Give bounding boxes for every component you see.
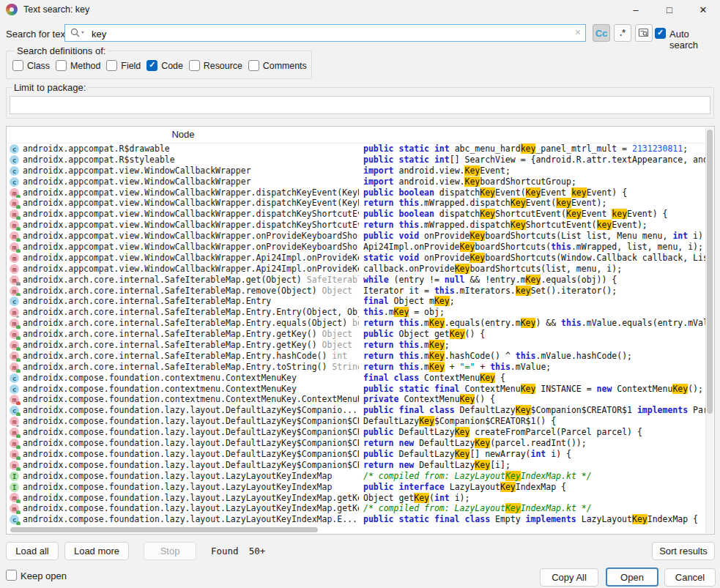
table-row[interactable]: mandroidx.arch.core.internal.SafeIterabl…: [7, 275, 705, 286]
green-modifier-icon: [16, 412, 21, 416]
keep-open-label[interactable]: Keep open: [21, 570, 67, 581]
table-row[interactable]: mandroidx.appcompat.view.WindowCallbackW…: [7, 209, 705, 220]
maximize-button[interactable]: □: [653, 0, 686, 19]
table-row[interactable]: mandroidx.arch.core.internal.SafeIterabl…: [7, 307, 705, 318]
table-row[interactable]: mandroidx.appcompat.view.WindowCallbackW…: [7, 187, 705, 198]
code-cell: public static final class Empty implemen…: [359, 514, 705, 525]
node-name: androidx.arch.core.internal.SafeIterable…: [23, 286, 317, 297]
table-row[interactable]: mandroidx.appcompat.view.WindowCallbackW…: [7, 242, 705, 253]
node-cell: candroidx.compose.foundation.contextmenu…: [7, 373, 359, 384]
table-row[interactable]: mandroidx.arch.core.internal.SafeIterabl…: [7, 318, 705, 329]
table-row[interactable]: mandroidx.compose.foundation.lazy.layout…: [7, 427, 705, 438]
table-row[interactable]: candroidx.arch.core.internal.SafeIterabl…: [7, 296, 705, 307]
table-row[interactable]: mandroidx.compose.foundation.lazy.layout…: [7, 438, 705, 449]
clear-search-icon[interactable]: ×: [575, 26, 581, 38]
definition-option-method[interactable]: Method: [56, 60, 100, 71]
text-search-dialog: Text search: key – □ ✕ Search for text: …: [0, 0, 720, 588]
comments-checkbox[interactable]: [248, 60, 259, 71]
green-modifier-icon: [16, 216, 21, 220]
close-button[interactable]: ✕: [686, 0, 720, 19]
table-row[interactable]: Iandroidx.compose.foundation.lazy.layout…: [7, 471, 705, 482]
load-all-button[interactable]: Load all: [6, 542, 59, 560]
search-input[interactable]: [90, 25, 562, 42]
regex-button[interactable]: .*: [614, 24, 631, 42]
code-cell: public static final ContextMenuKey INSTA…: [359, 384, 705, 395]
table-row[interactable]: mandroidx.compose.foundation.lazy.layout…: [7, 460, 705, 471]
results-header[interactable]: Node: [7, 127, 705, 144]
interface-icon: I: [10, 472, 19, 481]
table-row[interactable]: mandroidx.compose.foundation.lazy.layout…: [7, 449, 705, 460]
table-row[interactable]: candroidx.compose.foundation.lazy.layout…: [7, 514, 705, 525]
node-name: androidx.appcompat.view.WindowCallbackWr…: [23, 220, 359, 231]
node-column-header[interactable]: Node: [7, 127, 359, 142]
table-row[interactable]: mandroidx.compose.foundation.lazy.layout…: [7, 493, 705, 504]
table-row[interactable]: mandroidx.appcompat.view.WindowCallbackW…: [7, 264, 705, 275]
table-row[interactable]: mandroidx.arch.core.internal.SafeIterabl…: [7, 329, 705, 340]
node-return-type: boolean: [347, 318, 359, 329]
table-row[interactable]: candroidx.appcompat.R$drawablepublic sta…: [7, 144, 705, 155]
method-checkbox[interactable]: [56, 60, 67, 71]
auto-search-label[interactable]: Auto search: [669, 29, 720, 51]
class-icon: c: [10, 406, 19, 415]
node-name: androidx.arch.core.internal.SafeIterable…: [23, 329, 317, 340]
table-row[interactable]: mandroidx.compose.foundation.lazy.layout…: [7, 503, 705, 514]
node-name: androidx.compose.foundation.lazy.layout.…: [23, 416, 359, 427]
cancel-button[interactable]: Cancel: [664, 568, 716, 587]
table-row[interactable]: mandroidx.appcompat.view.WindowCallbackW…: [7, 231, 705, 242]
table-row[interactable]: candroidx.compose.foundation.contextmenu…: [7, 384, 705, 395]
code-checkbox[interactable]: [146, 60, 157, 71]
definition-option-resource[interactable]: Resource: [189, 60, 242, 71]
table-row[interactable]: mandroidx.arch.core.internal.SafeIterabl…: [7, 351, 705, 362]
table-row[interactable]: mandroidx.arch.core.internal.SafeIterabl…: [7, 362, 705, 373]
resource-checkbox[interactable]: [189, 60, 200, 71]
auto-search-checkbox[interactable]: [655, 28, 666, 39]
load-more-button[interactable]: Load more: [64, 542, 129, 560]
table-row[interactable]: candroidx.compose.foundation.lazy.layout…: [7, 405, 705, 416]
table-row[interactable]: candroidx.appcompat.view.WindowCallbackW…: [7, 165, 705, 176]
green-modifier-icon: [16, 521, 21, 525]
code-cell: return this.mWrapped.dispatchKeyEvent(ke…: [359, 198, 705, 209]
node-cell: mandroidx.appcompat.view.WindowCallbackW…: [7, 220, 359, 231]
field-checkbox[interactable]: [106, 60, 117, 71]
search-active-tab-button[interactable]: [635, 24, 653, 42]
definition-option-code[interactable]: Code: [146, 60, 183, 71]
table-row[interactable]: mandroidx.arch.core.internal.SafeIterabl…: [7, 286, 705, 297]
horizontal-scrollbar[interactable]: [7, 526, 705, 533]
found-count: 50+: [249, 546, 266, 557]
node-name: androidx.compose.foundation.lazy.layout.…: [23, 514, 357, 525]
definition-option-field[interactable]: Field: [106, 60, 141, 71]
vertical-scrollbar-thumb[interactable]: [707, 130, 713, 414]
definition-option-comments[interactable]: Comments: [248, 60, 307, 71]
code-cell: Object getKey(int i);: [359, 493, 705, 504]
definition-option-class[interactable]: Class: [12, 60, 50, 71]
table-row[interactable]: candroidx.compose.foundation.contextmenu…: [7, 373, 705, 384]
class-checkbox[interactable]: [12, 60, 23, 71]
table-row[interactable]: mandroidx.appcompat.view.WindowCallbackW…: [7, 198, 705, 209]
table-row[interactable]: candroidx.appcompat.R$styleablepublic st…: [7, 155, 705, 165]
table-row[interactable]: Iandroidx.compose.foundation.lazy.layout…: [7, 482, 705, 493]
node-cell: mandroidx.compose.foundation.lazy.layout…: [7, 460, 359, 471]
table-row[interactable]: mandroidx.compose.foundation.contextmenu…: [7, 394, 705, 405]
search-definitions-legend: Search definitions of:: [15, 45, 108, 56]
match-case-button[interactable]: Cc: [593, 24, 610, 42]
method-icon: m: [10, 362, 19, 372]
keep-open-checkbox[interactable]: [6, 570, 17, 581]
copy-all-button[interactable]: Copy All: [540, 568, 598, 587]
horizontal-scrollbar-thumb[interactable]: [10, 527, 318, 532]
minimize-button[interactable]: –: [619, 0, 653, 19]
vertical-scrollbar[interactable]: [705, 127, 713, 533]
open-button[interactable]: Open: [606, 567, 658, 587]
node-cell: mandroidx.compose.foundation.lazy.layout…: [7, 493, 359, 504]
sort-results-button[interactable]: Sort results: [652, 542, 715, 560]
package-input[interactable]: [10, 96, 710, 114]
table-row[interactable]: mandroidx.compose.foundation.lazy.layout…: [7, 416, 705, 427]
jadx-logo-icon: [6, 4, 18, 15]
resource-checkbox-label: Resource: [204, 61, 242, 71]
table-row[interactable]: candroidx.appcompat.view.WindowCallbackW…: [7, 176, 705, 187]
table-row[interactable]: mandroidx.appcompat.view.WindowCallbackW…: [7, 220, 705, 231]
table-row[interactable]: mandroidx.appcompat.view.WindowCallbackW…: [7, 253, 705, 264]
green-modifier-icon: [16, 249, 21, 253]
node-name: androidx.arch.core.internal.SafeIterable…: [23, 340, 317, 351]
table-row[interactable]: mandroidx.arch.core.internal.SafeIterabl…: [7, 340, 705, 351]
method-icon: m: [10, 253, 19, 263]
